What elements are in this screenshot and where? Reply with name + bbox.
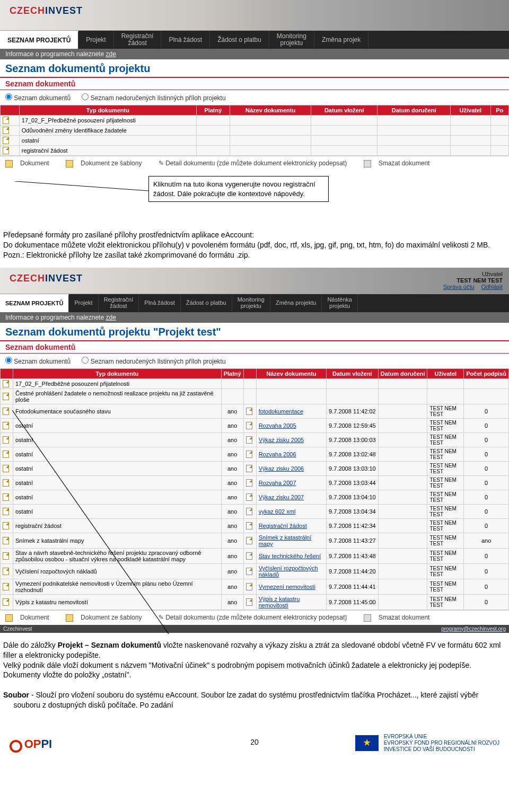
doc-icon <box>3 147 9 154</box>
doc-icon <box>3 422 9 429</box>
nav-tab[interactable]: Projekt <box>69 294 98 312</box>
action-bar: Dokument Dokument ze šablony ✎ Detail do… <box>0 156 509 171</box>
doc-icon <box>3 393 9 400</box>
doc-link[interactable]: Rozvaha 2005 <box>259 422 296 429</box>
nav-tab[interactable]: Registračnížádost <box>114 31 162 49</box>
callout-box: Kliknutím na tuto ikona vygenerujte novo… <box>148 176 329 202</box>
file-icon <box>246 522 252 529</box>
section-title: Seznam dokumentů <box>0 77 509 90</box>
doc-link[interactable]: Rozvaha 2007 <box>259 480 296 486</box>
doc-link[interactable]: Snímek z katastrální mapy <box>259 534 312 547</box>
link-sprava[interactable]: Správa účtu <box>438 284 475 290</box>
doc-link[interactable]: Výkaz zisku 2006 <box>259 465 304 472</box>
file-icon <box>246 493 252 501</box>
doc-icon <box>3 537 9 544</box>
file-icon <box>246 568 252 575</box>
nav-tab[interactable]: SEZNAM PROJEKTŮ <box>0 31 78 49</box>
file-icon <box>246 408 252 415</box>
doc-icon <box>3 117 9 124</box>
doc-icon <box>3 380 9 387</box>
doc-icon <box>3 451 9 458</box>
radio-nedorucene[interactable]: Seznam nedoručených listinných příloh pr… <box>82 94 225 102</box>
czechinvest-logo: CZECHINVEST <box>10 5 83 16</box>
table-row[interactable]: registrační žádost <box>1 146 509 156</box>
table-row[interactable]: ostatní <box>1 136 509 146</box>
doc-icon <box>3 552 9 560</box>
radio-seznam-2[interactable]: Seznam dokumentů <box>5 358 71 365</box>
nav-tab[interactable]: Plná žádost <box>161 31 210 49</box>
page-title: Seznam dokumentů projektu <box>0 59 509 77</box>
nav-tab[interactable]: Registračnížádost <box>99 294 139 312</box>
nav-tab[interactable]: Nástěnkaprojektu <box>322 294 357 312</box>
nav-tab[interactable]: Plná žádost <box>139 294 180 312</box>
documents-table-1: Typ dokumentuPlatnýNázev dokumentuDatum … <box>0 105 509 156</box>
oppi-logo: OPPI <box>10 737 52 753</box>
nav-tab[interactable]: Změna projektu <box>270 294 322 312</box>
info-bar: Informace o programech naleznete zde <box>0 49 509 59</box>
radio-row: Seznam dokumentů Seznam nedoručených lis… <box>0 90 509 105</box>
eu-block: ★ EVROPSKÁ UNIE EVROPSKÝ FOND PRO REGION… <box>355 734 499 753</box>
action-smazat-2[interactable]: Smazat dokument <box>364 614 437 621</box>
doc-link[interactable]: Stav technického řešení <box>259 553 321 559</box>
file-icon <box>246 436 252 444</box>
page-title-2: Seznam dokumentů projektu "Projekt test" <box>0 323 509 340</box>
nav-tab[interactable]: Změna projek <box>314 31 368 49</box>
doc-icon <box>3 583 9 590</box>
doc-icon <box>3 465 9 472</box>
nav-tab[interactable]: Monitoringprojektu <box>232 294 270 312</box>
radio-nedorucene-2[interactable]: Seznam nedoručených listinných příloh pr… <box>82 358 225 365</box>
app-header-banner-2: CZECHINVEST Uživatel TEST NEM TEST Správ… <box>0 268 509 294</box>
doc-link[interactable]: Vymezení nemovitosti <box>259 584 315 590</box>
radio-row-2: Seznam dokumentů Seznam nedoručených lis… <box>0 354 509 368</box>
doc-link[interactable]: vykaz 602 xml <box>259 508 296 515</box>
doc-link[interactable]: Výpis z katastru nemovitostí <box>259 596 300 608</box>
action-dokument[interactable]: Dokument <box>5 160 57 167</box>
action-detail[interactable]: ✎ Detail dokumentu (zde můžete dokument … <box>159 160 355 167</box>
doc-icon <box>3 568 9 575</box>
czechinvest-logo-2: CZECHINVEST <box>10 273 83 284</box>
app-header-banner: CZECHINVEST <box>0 0 509 31</box>
body-text-block-2: Dále do záložky Projekt – Seznam dokumen… <box>0 640 509 710</box>
doc-icon <box>3 493 9 501</box>
doc-link[interactable]: Výkaz zisku 2007 <box>259 494 304 500</box>
callout-arrow <box>15 181 148 213</box>
action-smazat[interactable]: Smazat dokument <box>364 160 437 167</box>
table-row[interactable]: Odůvodnění změny identifikace žadatele <box>1 126 509 136</box>
svg-line-1 <box>12 410 169 634</box>
info-link-2[interactable]: zde <box>106 314 116 321</box>
svg-line-0 <box>15 181 148 191</box>
main-nav: SEZNAM PROJEKTŮProjektRegistračnížádostP… <box>0 31 509 49</box>
action-sablona[interactable]: Dokument ze šablony <box>66 160 149 167</box>
doc-icon <box>3 479 9 487</box>
eu-flag-icon: ★ <box>355 735 379 751</box>
file-icon <box>246 465 252 472</box>
nav-tab[interactable]: Projekt <box>78 31 113 49</box>
doc-icon <box>3 137 9 144</box>
radio-seznam[interactable]: Seznam dokumentů <box>5 94 71 102</box>
nav-tab[interactable]: SEZNAM PROJEKTŮ <box>0 294 69 312</box>
body-text-block: Předepsané formáty pro zasílané přílohy … <box>0 230 509 260</box>
table-row[interactable]: 17_02_F_Předběžné posouzení přijatelnost… <box>1 116 509 126</box>
doc-link[interactable]: Vyčíslení rozpočtových nákladů <box>259 565 318 578</box>
nav-tab[interactable]: Žádost o platbu <box>210 31 269 49</box>
footer-mail[interactable]: programy@czechinvest.org <box>441 626 506 632</box>
doc-link[interactable]: Registrační žádost <box>259 523 307 529</box>
table-row[interactable]: Čestné prohlášení žadatele o nemožnosti … <box>1 389 509 404</box>
file-icon <box>246 537 252 544</box>
table-row[interactable]: 17_02_F_Předběžné posouzení přijatelnost… <box>1 378 509 389</box>
link-odhlasit[interactable]: Odhlásit <box>476 284 503 290</box>
doc-link[interactable]: Výkaz zisku 2005 <box>259 437 304 443</box>
doc-icon <box>3 436 9 444</box>
file-icon <box>246 552 252 560</box>
doc-icon <box>3 127 9 134</box>
doc-link[interactable]: fotodokumentace <box>259 408 303 414</box>
file-icon <box>246 422 252 429</box>
action-detail-2[interactable]: ✎ Detail dokumentu (zde můžete dokument … <box>159 614 355 621</box>
info-link[interactable]: zde <box>106 50 116 58</box>
doc-icon <box>3 508 9 515</box>
nav-tab[interactable]: Monitoringprojektu <box>269 31 314 49</box>
file-icon <box>246 583 252 590</box>
nav-tab[interactable]: Žádost o platbu <box>181 294 232 312</box>
doc-icon <box>3 522 9 529</box>
doc-link[interactable]: Rozvaha 2006 <box>259 451 296 457</box>
